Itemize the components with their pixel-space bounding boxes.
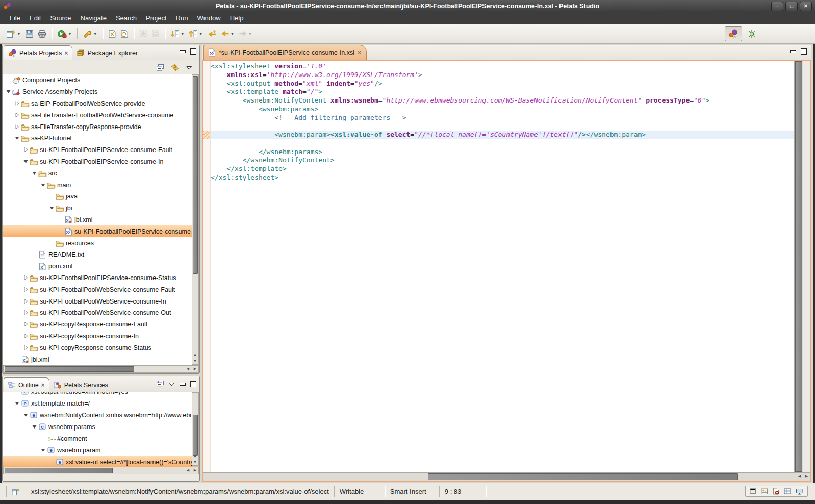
validate-xml-button[interactable] [107,29,118,39]
error-log-icon[interactable] [773,488,779,495]
tree-item[interactable]: su-KPI-copyResponse-consume-Status [3,342,199,354]
scroll-right-icon[interactable]: ▶ [192,366,198,372]
editor-vscrollbar[interactable] [794,61,803,472]
collapse-all-icon[interactable] [156,380,164,388]
scroll-down-icon[interactable]: ▼ [192,358,198,364]
tree-item-selected[interactable]: exsl:value-of select=//*[local-name()='s… [3,456,199,467]
tab-package-explorer[interactable]: Package Explorer [72,46,142,60]
menu-edit[interactable]: Edit [25,13,45,23]
tree-item[interactable]: xpom.xml [3,261,199,272]
tree-item[interactable]: su-KPI-FootballPoolWebService-consume-In [3,295,199,307]
expand-arrow-icon[interactable] [22,286,29,293]
tree-item[interactable]: su-KPI-FootballPoolWebService-consume-Ou… [3,307,199,319]
tree-item[interactable]: java [3,191,199,203]
collapse-arrow-icon[interactable] [14,135,20,142]
view-menu-icon[interactable] [169,382,175,386]
tree-item-selected[interactable]: su-KPI-FootballPoolEIPService-consume-In… [3,225,199,237]
collapse-arrow-icon[interactable] [5,88,12,95]
tree-item[interactable]: sa-FileTransfer-FootballPoolWebService-c… [3,109,199,121]
back-button[interactable]: ▼ [219,29,236,39]
image-snapshot-icon[interactable] [761,488,768,495]
view-menu-icon[interactable] [186,66,192,70]
scroll-left-icon[interactable]: ◀ [796,473,803,480]
minimize-view-button[interactable] [180,383,186,386]
tree-item[interactable]: jbi [3,203,199,214]
tab-outline[interactable]: Outline × [4,377,49,392]
menu-navigate[interactable]: Navigate [76,13,111,23]
menu-source[interactable]: Source [45,13,75,23]
maximize-editor-button[interactable] [801,48,807,55]
tree-item[interactable]: xjbi.xml [3,354,199,365]
outline-vscrollbar[interactable]: ▲ ▼ [192,392,199,466]
scroll-right-icon[interactable]: ▶ [803,473,810,480]
link-with-editor-icon[interactable] [170,64,180,71]
tree-item[interactable]: !--#comment [3,433,199,444]
run-button[interactable]: ▼ [56,29,73,39]
scroll-up-icon[interactable]: ▲ [192,452,198,459]
tree-item[interactable]: ewsnebm:params [3,421,199,433]
last-edit-location-button[interactable] [206,29,218,39]
next-annotation-button[interactable]: ▼ [169,29,186,39]
tree-item[interactable]: sa-EIP-FootballPoolWebService-provide [3,98,199,110]
dropdown-arrow-icon[interactable]: ▼ [68,32,72,36]
scroll-right-icon[interactable]: ▶ [192,467,198,473]
expand-arrow-icon[interactable] [14,123,20,131]
tree-item[interactable]: exsl:output method=xml indent=yes [3,392,199,397]
dropdown-arrow-icon[interactable]: ▼ [248,32,252,36]
close-window-button[interactable]: ✕ [800,2,812,11]
tree-item[interactable]: Service Assembly Projects [3,86,199,98]
minimize-view-button[interactable] [180,50,186,53]
menu-window[interactable]: Window [192,13,225,23]
tree-item[interactable]: main [3,179,199,191]
dropdown-arrow-icon[interactable]: ▼ [199,32,203,36]
save-button[interactable] [23,29,35,39]
debug-perspective-icon[interactable] [747,30,756,38]
new-wizard-button[interactable]: ▼ [5,29,22,39]
collapse-arrow-icon[interactable] [31,423,38,431]
editor-ruler[interactable] [203,61,211,472]
collapse-arrow-icon[interactable] [22,412,29,419]
minimize-window-button[interactable]: ─ [771,2,783,11]
scroll-up-icon[interactable]: ▲ [192,351,198,358]
dropdown-arrow-icon[interactable]: ▼ [181,32,185,36]
tab-petals-services[interactable]: Petals Services [49,378,112,392]
expand-arrow-icon[interactable] [14,100,20,107]
maximize-view-button[interactable] [190,48,196,55]
outline-hscrollbar[interactable]: ◀ ▶ [3,467,199,474]
tree-item[interactable]: exsl:template match=/ [3,397,199,409]
scroll-left-icon[interactable]: ◀ [185,467,191,473]
tab-petals-projects[interactable]: p Petals Projects × [4,45,72,60]
collapse-arrow-icon[interactable] [14,400,20,407]
collapse-arrow-icon[interactable] [40,447,46,454]
tree-item[interactable]: su-KPI-FootballPoolWebService-consume-Fa… [3,284,199,295]
expand-arrow-icon[interactable] [22,274,29,282]
close-tab-icon[interactable]: × [64,51,68,56]
maximize-view-button[interactable] [190,381,196,387]
tree-item[interactable]: su-KPI-FootballPoolEIPService-consume-St… [3,272,199,284]
overview-ruler[interactable] [803,61,810,472]
tree-item[interactable]: xjbi.xml [3,214,199,226]
outline-tree[interactable]: exsl:output method=xml indent=yesexsl:te… [3,392,199,467]
collapse-arrow-icon[interactable] [40,182,46,189]
previous-annotation-button[interactable]: ▼ [187,29,205,39]
tree-item[interactable]: ewsnebm:param [3,444,199,456]
collapse-arrow-icon[interactable] [48,205,55,212]
tree-item[interactable]: README.txt [3,249,199,261]
pinned-view-icon[interactable] [750,488,756,494]
code-area[interactable]: <xsl:stylesheet version='1.0' xmlns:xsl=… [211,61,794,472]
expand-arrow-icon[interactable] [14,112,20,119]
forward-button[interactable]: ▼ [237,29,254,39]
tree-item[interactable]: resources [3,237,199,249]
close-tab-icon[interactable]: × [41,383,45,388]
properties-view-icon[interactable] [784,488,791,494]
tree-item[interactable]: su-KPI-FootballPoolEIPService-consume-Fa… [3,144,199,156]
tab-editor-xsl[interactable]: *su-KPI-FootballPoolEIPService-consume-I… [203,45,367,60]
close-tab-icon[interactable]: × [358,50,361,55]
menu-search[interactable]: Search [111,13,141,23]
project-tree-vscrollbar[interactable]: ▲ ▼ [192,74,199,365]
menu-file[interactable]: File [5,13,25,23]
tree-item[interactable]: Component Projects [3,74,199,86]
expand-arrow-icon[interactable] [22,344,29,351]
tree-item[interactable]: sa-FileTransfer-copyResponse-provide [3,121,199,133]
grid-layout-b-button[interactable] [150,29,161,39]
